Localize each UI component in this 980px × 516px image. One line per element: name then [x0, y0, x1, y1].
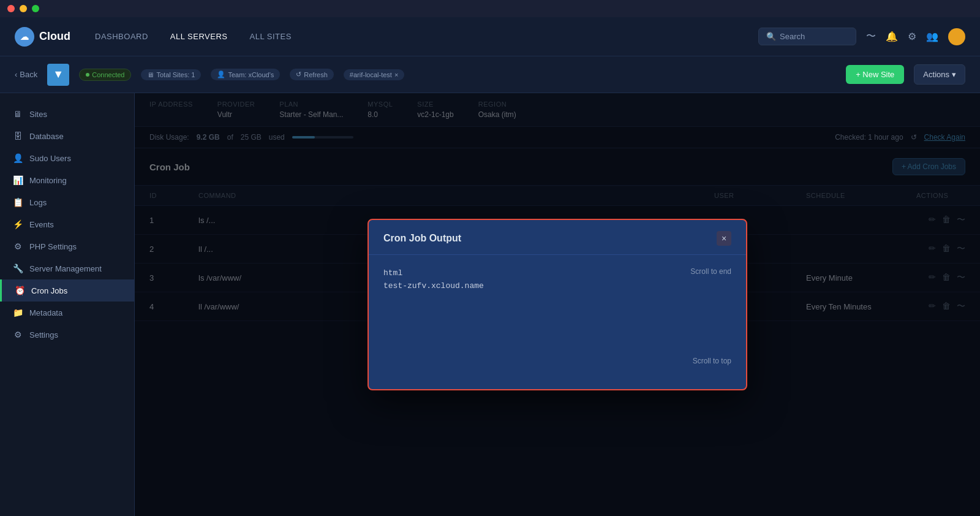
total-sites-label: Total Sites: 1 [156, 71, 195, 78]
sudo-users-nav-icon: 👤 [12, 153, 23, 163]
monitoring-nav-icon: 📊 [12, 175, 23, 185]
nav-links: DASHBOARD ALL SERVERS ALL SITES [95, 32, 734, 41]
sidebar-item-server-management[interactable]: 🔧 Server Management [0, 257, 134, 279]
minimize-button[interactable] [20, 5, 27, 12]
sidebar-label-metadata: Metadata [29, 308, 62, 317]
sidebar-item-php-settings[interactable]: ⚙ PHP Settings [0, 235, 134, 257]
site-name-chip[interactable]: #arif-local-test × [344, 69, 405, 80]
bell-icon[interactable]: 🔔 [886, 31, 898, 42]
team-label: Team: xCloud's [228, 71, 274, 78]
back-chevron-icon: ‹ [15, 70, 17, 79]
titlebar [0, 0, 980, 17]
avatar[interactable] [948, 28, 965, 45]
vultr-logo: ▼ [47, 64, 69, 86]
modal-close-button[interactable]: × [717, 231, 731, 246]
sidebar-item-sites[interactable]: 🖥 Sites [0, 103, 134, 125]
metadata-nav-icon: 📁 [12, 308, 23, 317]
sidebar-item-monitoring[interactable]: 📊 Monitoring [0, 169, 134, 191]
sidebar-label-sudo-users: Sudo Users [29, 154, 71, 163]
logo: ☁ Cloud [15, 27, 70, 47]
logs-nav-icon: 📋 [12, 197, 23, 207]
back-label: Back [20, 70, 37, 79]
status-label: Connected [92, 71, 124, 78]
cron-nav-icon: ⏰ [14, 286, 25, 295]
search-placeholder: Search [780, 32, 805, 41]
modal-header: Cron Job Output × [369, 220, 746, 255]
content-area: IP ADDRESS PROVIDER Vultr PLAN Starter -… [135, 93, 980, 516]
nav-dashboard[interactable]: DASHBOARD [95, 32, 148, 41]
search-icon: 🔍 [766, 32, 776, 41]
team-chip: 👤 Team: xCloud's [211, 69, 280, 80]
sidebar-item-events[interactable]: ⚡ Events [0, 213, 134, 235]
sidebar: 🖥 Sites 🗄 Database 👤 Sudo Users 📊 Monito… [0, 93, 135, 516]
new-site-button[interactable]: + New Site [846, 65, 904, 84]
activity-icon[interactable]: 〜 [866, 30, 876, 43]
sidebar-item-settings[interactable]: ⚙ Settings [0, 324, 134, 346]
sidebar-label-sites: Sites [29, 110, 47, 119]
close-button[interactable] [7, 5, 15, 12]
modal-output: html test-zufv.xcloud.name [383, 267, 731, 293]
sidebar-label-logs: Logs [29, 198, 47, 207]
scroll-to-top-button[interactable]: Scroll to top [693, 357, 731, 365]
users-icon[interactable]: 👥 [926, 31, 938, 42]
sidebar-label-server-management: Server Management [29, 264, 102, 273]
cron-job-output-modal: Cron Job Output × html test-zufv.xcloud.… [368, 219, 747, 390]
sites-nav-icon: 🖥 [12, 109, 23, 119]
actions-chevron-icon: ▾ [952, 70, 956, 79]
maximize-button[interactable] [32, 5, 39, 12]
site-name-label: #arif-local-test [350, 71, 392, 78]
refresh-icon: ↺ [296, 70, 301, 78]
actions-label: Actions [923, 70, 949, 79]
total-sites-chip: 🖥 Total Sites: 1 [141, 69, 201, 80]
main-layout: 🖥 Sites 🗄 Database 👤 Sudo Users 📊 Monito… [0, 93, 980, 516]
status-dot [86, 73, 89, 77]
chip-close-icon: × [394, 71, 398, 78]
sidebar-item-metadata[interactable]: 📁 Metadata [0, 302, 134, 324]
refresh-chip[interactable]: ↺ Refresh [290, 69, 334, 80]
team-icon: 👤 [217, 70, 225, 78]
sidebar-item-logs[interactable]: 📋 Logs [0, 191, 134, 213]
nav-all-sites[interactable]: ALL SITES [250, 32, 292, 41]
database-nav-icon: 🗄 [12, 131, 23, 141]
sidebar-label-database: Database [29, 132, 64, 141]
events-nav-icon: ⚡ [12, 219, 23, 229]
sidebar-item-sudo-users[interactable]: 👤 Sudo Users [0, 147, 134, 169]
scroll-to-end-button[interactable]: Scroll to end [690, 267, 731, 276]
modal-overlay: Cron Job Output × html test-zufv.xcloud.… [135, 93, 980, 516]
status-badge: Connected [79, 69, 131, 81]
output-line-2: test-zufv.xcloud.name [383, 280, 731, 293]
back-button[interactable]: ‹ Back [15, 70, 37, 79]
settings-nav-icon: ⚙ [12, 330, 23, 340]
sidebar-label-settings: Settings [29, 330, 58, 340]
server-mgmt-nav-icon: 🔧 [12, 264, 23, 273]
php-nav-icon: ⚙ [12, 241, 23, 251]
output-line-1: html [383, 267, 731, 280]
refresh-label: Refresh [304, 71, 328, 78]
sidebar-item-database[interactable]: 🗄 Database [0, 125, 134, 147]
nav-all-servers[interactable]: ALL SERVERS [170, 32, 228, 41]
sidebar-item-cron-jobs[interactable]: ⏰ Cron Jobs [0, 279, 134, 302]
settings-icon[interactable]: ⚙ [908, 31, 916, 42]
sidebar-label-events: Events [29, 220, 54, 229]
topnav: ☁ Cloud DASHBOARD ALL SERVERS ALL SITES … [0, 17, 980, 56]
nav-right: 🔍 Search 〜 🔔 ⚙ 👥 [758, 28, 965, 45]
modal-body: html test-zufv.xcloud.name Scroll to end… [369, 255, 746, 378]
sites-icon: 🖥 [147, 71, 154, 78]
modal-title: Cron Job Output [383, 233, 461, 244]
actions-button[interactable]: Actions ▾ [914, 64, 965, 85]
sidebar-label-monitoring: Monitoring [29, 176, 67, 185]
logo-icon: ☁ [15, 27, 34, 47]
logo-text: Cloud [39, 30, 70, 43]
search-box[interactable]: 🔍 Search [758, 28, 856, 45]
server-header: ‹ Back ▼ Connected 🖥 Total Sites: 1 👤 Te… [0, 56, 980, 93]
sidebar-label-php-settings: PHP Settings [29, 242, 77, 251]
sidebar-label-cron-jobs: Cron Jobs [31, 286, 67, 295]
